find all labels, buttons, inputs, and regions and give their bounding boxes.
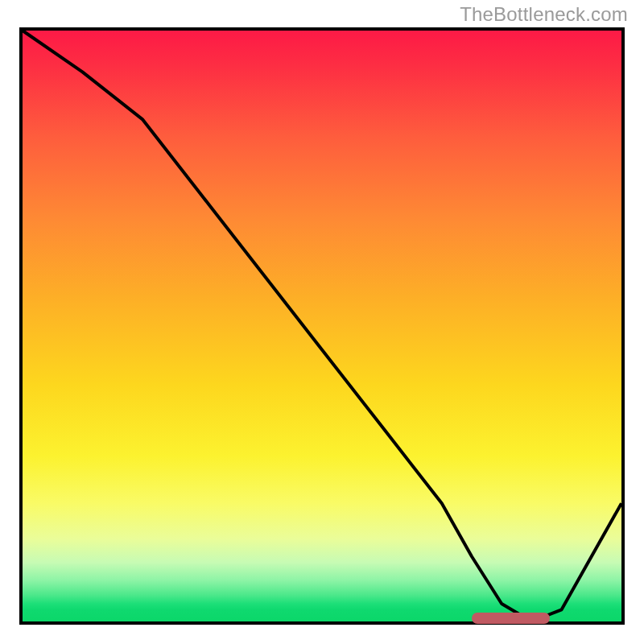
optimal-range-marker [472, 613, 550, 624]
bottleneck-curve-path [23, 31, 621, 621]
bottleneck-curve [23, 31, 621, 621]
plot-area [19, 27, 625, 625]
watermark-text: TheBottleneck.com [460, 3, 628, 26]
chart-stage: TheBottleneck.com [0, 0, 644, 644]
